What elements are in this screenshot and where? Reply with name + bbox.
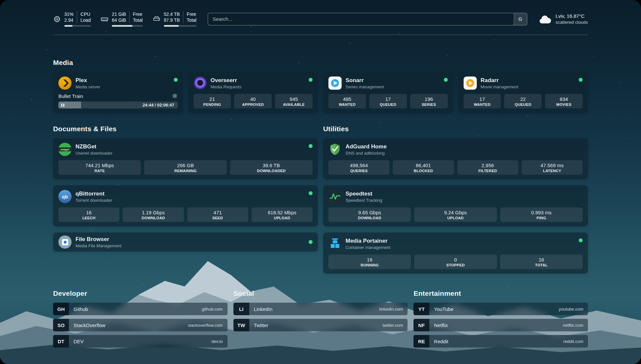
stat-label: STOPPED xyxy=(415,263,495,267)
section-entertainment: Entertainment YT YouTube youtube.com NF … xyxy=(413,289,588,348)
stat-value: 196 xyxy=(412,96,446,102)
stat-box: 9.65 Gbps DOWNLOAD xyxy=(328,207,411,222)
stat-box: 834 MOVIES xyxy=(545,94,583,108)
dashboard-content: 31% 2.94 CPU Load xyxy=(0,0,641,348)
bookmark-youtube[interactable]: YT YouTube youtube.com xyxy=(413,303,588,315)
bookmark-abbr: DT xyxy=(53,335,69,348)
stat-box: 16 RUNNING xyxy=(328,255,411,269)
stat-label: DOWNLOAD xyxy=(330,216,410,220)
bookmark-linkedin[interactable]: LI LinkedIn linkedin.com xyxy=(233,303,408,315)
stat-box: 39.6 TB DOWNLOADED xyxy=(230,160,313,175)
bookmark-stackoverflow[interactable]: SO StackOverflow stackoverflow.com xyxy=(53,319,228,331)
app-card-qbittorrent[interactable]: qb qBittorrent Torrent downloader 16 LEE… xyxy=(53,185,318,227)
stat-label: PING xyxy=(502,216,581,220)
memory-widget: 21 GiB 64 GiB Free Total xyxy=(101,11,142,27)
search-engine-button[interactable]: G xyxy=(514,13,527,25)
app-card-adguard[interactable]: AdGuard Home DNS and adblocking 498,564 … xyxy=(323,138,588,179)
search-bar: G xyxy=(208,13,527,25)
stat-box: 40 APPROVED xyxy=(234,94,272,108)
stat-value: 945 xyxy=(276,96,311,102)
stat-box: 485 WANTED xyxy=(328,94,366,108)
disk-free: 52.4 TB xyxy=(164,11,180,17)
cpu-progress-bar xyxy=(64,25,91,27)
nzbget-icon: nzbget xyxy=(58,143,72,156)
app-card-nzbget[interactable]: nzbget NZBGet Usenet downloader 744.21 M… xyxy=(53,138,318,179)
stat-label: UPLOAD xyxy=(415,216,495,220)
pause-icon xyxy=(61,104,64,107)
stat-label: QUEUED xyxy=(505,103,540,106)
bookmark-url: github.com xyxy=(202,307,223,312)
bookmark-url: youtube.com xyxy=(559,307,583,312)
speedtest-icon xyxy=(328,190,342,203)
stat-value: 17 xyxy=(465,96,500,102)
status-dot xyxy=(579,78,583,82)
weather-condition: scattered clouds xyxy=(556,19,588,25)
bookmark-twitter[interactable]: TW Twitter twitter.com xyxy=(233,319,408,331)
playback-time: 24:44 / 02:06:47 xyxy=(142,103,174,107)
stat-value: 9.65 Gbps xyxy=(330,210,410,215)
adguard-icon xyxy=(328,143,342,156)
stat-box: 17 QUEUED xyxy=(369,94,407,108)
cpu-values: 31% 2.94 xyxy=(64,11,74,23)
bookmark-name: Github xyxy=(74,306,88,312)
app-card-portainer[interactable]: Media Portainer Container management 16 … xyxy=(323,232,588,274)
bookmark-url: twitter.com xyxy=(382,323,403,328)
disk-values: 52.4 TB 97.9 TB xyxy=(164,11,180,23)
bookmark-abbr: NF xyxy=(413,319,429,331)
stat-box: 0.993 ms PING xyxy=(500,207,583,222)
disk-labels: Free Total xyxy=(183,11,197,23)
search-input[interactable] xyxy=(208,13,514,25)
bookmark-url: stackoverflow.com xyxy=(188,323,223,328)
stat-box: 17 WANTED xyxy=(464,94,501,108)
app-card-sonarr[interactable]: Sonarr Series management 485 WANTED 17 Q… xyxy=(323,72,453,113)
bookmark-reddit[interactable]: RE Reddit reddit.com xyxy=(413,335,588,348)
cpu-labels: CPU Load xyxy=(77,11,91,23)
bookmark-url: netflix.com xyxy=(563,323,583,328)
cpu-load: 2.94 xyxy=(64,17,74,23)
app-subtitle: Torrent downloader xyxy=(76,198,112,203)
app-subtitle: Container management xyxy=(346,245,390,250)
stat-value: 22 xyxy=(505,96,540,102)
bookmark-netflix[interactable]: NF Netflix netflix.com xyxy=(413,319,588,331)
app-card-filebrowser[interactable]: File Browser Media File Management xyxy=(53,232,318,252)
app-subtitle: Media server xyxy=(76,84,100,89)
app-card-speedtest[interactable]: Speedtest Speedtest Tracking 9.65 Gbps D… xyxy=(323,185,588,227)
stat-value: 0.993 ms xyxy=(502,210,581,215)
bookmark-name: Reddit xyxy=(434,339,448,344)
bookmark-url: linkedin.com xyxy=(379,307,403,312)
disk-widget: 52.4 TB 97.9 TB Free Total xyxy=(153,11,197,27)
stat-box: 16 LEECH xyxy=(58,207,119,222)
bookmark-github[interactable]: GH Github github.com xyxy=(53,303,228,315)
stat-label: REMAINING xyxy=(145,169,225,173)
stat-value: 834 xyxy=(546,96,581,102)
top-bar: 31% 2.94 CPU Load xyxy=(53,0,588,27)
section-media: Media Plex Media server xyxy=(53,59,588,113)
app-card-radarr[interactable]: Radarr Movie management 17 WANTED 22 QUE… xyxy=(458,72,588,113)
star-field xyxy=(0,0,1,1)
app-subtitle: Media Requests xyxy=(211,84,242,89)
app-subtitle: Speedtest Tracking xyxy=(346,198,382,203)
gear-icon[interactable] xyxy=(172,93,178,99)
stat-box: 47.569 ms LATENCY xyxy=(522,160,583,175)
header-divider xyxy=(53,35,588,35)
status-dot xyxy=(579,238,583,242)
disk-progress-bar xyxy=(164,25,197,27)
qbittorrent-icon: qb xyxy=(58,190,72,203)
memory-icon xyxy=(101,15,108,23)
cloud-icon xyxy=(538,14,552,24)
bookmark-abbr: YT xyxy=(413,303,429,315)
app-card-overseerr[interactable]: Overseerr Media Requests 21 PENDING 40 A… xyxy=(188,72,318,113)
stat-value: 471 xyxy=(189,210,247,215)
stat-label: QUERIES xyxy=(330,169,388,173)
stat-label: SEED xyxy=(189,216,247,220)
section-documents: Documents & Files nzbget NZBGet Usenet d… xyxy=(53,125,318,274)
stat-value: 39.6 TB xyxy=(231,163,311,168)
app-subtitle: Usenet downloader xyxy=(76,151,112,156)
stat-value: 2,956 xyxy=(459,163,517,168)
stat-box: 266 GB REMAINING xyxy=(144,160,227,175)
disk-total: 97.9 TB xyxy=(164,17,180,23)
app-card-plex[interactable]: Plex Media server Bullet Train xyxy=(53,72,183,113)
stat-label: BLOCKED xyxy=(394,169,452,173)
bookmark-dev[interactable]: DT DEV dev.to xyxy=(53,335,228,348)
stat-value: 744.21 Mbps xyxy=(60,163,139,168)
